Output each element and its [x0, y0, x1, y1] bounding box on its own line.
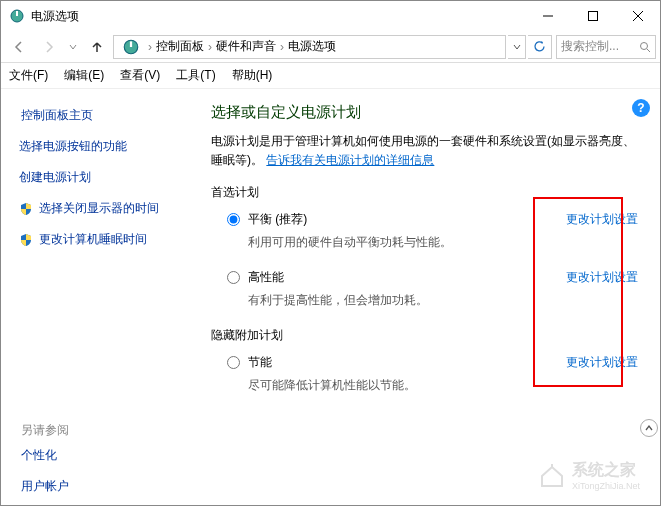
maximize-button[interactable] — [570, 1, 615, 31]
preferred-plans-label: 首选计划 — [211, 184, 638, 201]
sidebar-item-display-off[interactable]: 选择关闭显示器的时间 — [19, 200, 191, 217]
shield-icon — [19, 233, 33, 247]
sidebar-item-power-button[interactable]: 选择电源按钮的功能 — [19, 138, 191, 155]
plan-saver-name: 节能 — [248, 354, 556, 371]
window-title: 电源选项 — [31, 8, 525, 25]
sidebar-home-link[interactable]: 控制面板主页 — [21, 107, 191, 124]
sidebar-link-personalization[interactable]: 个性化 — [21, 447, 191, 464]
search-icon — [639, 41, 651, 53]
change-settings-saver[interactable]: 更改计划设置 — [566, 354, 638, 371]
learn-more-link[interactable]: 告诉我有关电源计划的详细信息 — [266, 153, 434, 167]
page-description: 电源计划是用于管理计算机如何使用电源的一套硬件和系统设置(如显示器亮度、睡眠等)… — [211, 132, 638, 170]
sidebar: 控制面板主页 选择电源按钮的功能 创建电源计划 选择关闭显示器的时间 更改计算机… — [1, 89, 201, 505]
svg-rect-1 — [16, 11, 18, 16]
close-button[interactable] — [615, 1, 660, 31]
menu-view[interactable]: 查看(V) — [120, 67, 160, 84]
crumb-power-options[interactable]: 电源选项 — [288, 38, 336, 55]
recent-dropdown[interactable] — [65, 33, 81, 61]
plan-balanced-radio[interactable] — [227, 213, 240, 226]
chevron-right-icon: › — [148, 40, 152, 54]
also-see-label: 另请参阅 — [21, 422, 191, 439]
plan-balanced: 平衡 (推荐) 利用可用的硬件自动平衡功耗与性能。 更改计划设置 — [227, 211, 638, 251]
forward-button[interactable] — [35, 33, 63, 61]
sidebar-link-user-accounts[interactable]: 用户帐户 — [21, 478, 191, 495]
power-options-icon — [122, 38, 140, 56]
crumb-control-panel[interactable]: 控制面板 — [156, 38, 204, 55]
help-icon[interactable]: ? — [632, 99, 650, 117]
svg-line-9 — [647, 49, 650, 52]
chevron-right-icon: › — [280, 40, 284, 54]
sidebar-item-create-plan[interactable]: 创建电源计划 — [19, 169, 191, 186]
main-content: ? 选择或自定义电源计划 电源计划是用于管理计算机如何使用电源的一套硬件和系统设… — [201, 89, 660, 505]
change-settings-balanced[interactable]: 更改计划设置 — [566, 211, 638, 228]
plan-high-name: 高性能 — [248, 269, 556, 286]
refresh-button[interactable] — [528, 35, 552, 59]
menubar: 文件(F) 编辑(E) 查看(V) 工具(T) 帮助(H) — [1, 63, 660, 89]
plan-power-saver: 节能 尽可能降低计算机性能以节能。 更改计划设置 — [227, 354, 638, 394]
menu-edit[interactable]: 编辑(E) — [64, 67, 104, 84]
hidden-plans-label: 隐藏附加计划 — [211, 327, 638, 344]
menu-help[interactable]: 帮助(H) — [232, 67, 273, 84]
plan-saver-desc: 尽可能降低计算机性能以节能。 — [248, 377, 556, 394]
chevron-up-icon — [644, 423, 654, 433]
plan-high-radio[interactable] — [227, 271, 240, 284]
titlebar: 电源选项 — [1, 1, 660, 31]
search-input[interactable]: 搜索控制... — [556, 35, 656, 59]
svg-rect-7 — [130, 41, 132, 47]
minimize-button[interactable] — [525, 1, 570, 31]
plan-high-performance: 高性能 有利于提高性能，但会增加功耗。 更改计划设置 — [227, 269, 638, 309]
plan-balanced-desc: 利用可用的硬件自动平衡功耗与性能。 — [248, 234, 556, 251]
breadcrumb[interactable]: › 控制面板 › 硬件和声音 › 电源选项 — [113, 35, 506, 59]
chevron-right-icon: › — [208, 40, 212, 54]
sidebar-item-sleep-time[interactable]: 更改计算机睡眠时间 — [19, 231, 191, 248]
crumb-hardware-sound[interactable]: 硬件和声音 — [216, 38, 276, 55]
address-bar: › 控制面板 › 硬件和声音 › 电源选项 搜索控制... — [1, 31, 660, 63]
menu-tools[interactable]: 工具(T) — [176, 67, 215, 84]
svg-point-8 — [641, 42, 648, 49]
power-options-icon — [9, 8, 25, 24]
menu-file[interactable]: 文件(F) — [9, 67, 48, 84]
change-settings-high[interactable]: 更改计划设置 — [566, 269, 638, 286]
plan-high-desc: 有利于提高性能，但会增加功耗。 — [248, 292, 556, 309]
page-heading: 选择或自定义电源计划 — [211, 103, 638, 122]
plan-saver-radio[interactable] — [227, 356, 240, 369]
plan-balanced-name: 平衡 (推荐) — [248, 211, 556, 228]
shield-icon — [19, 202, 33, 216]
search-placeholder: 搜索控制... — [561, 38, 619, 55]
back-button[interactable] — [5, 33, 33, 61]
up-button[interactable] — [83, 33, 111, 61]
svg-rect-3 — [588, 12, 597, 21]
collapse-hidden-plans-button[interactable] — [640, 419, 658, 437]
breadcrumb-dropdown[interactable] — [508, 35, 526, 59]
